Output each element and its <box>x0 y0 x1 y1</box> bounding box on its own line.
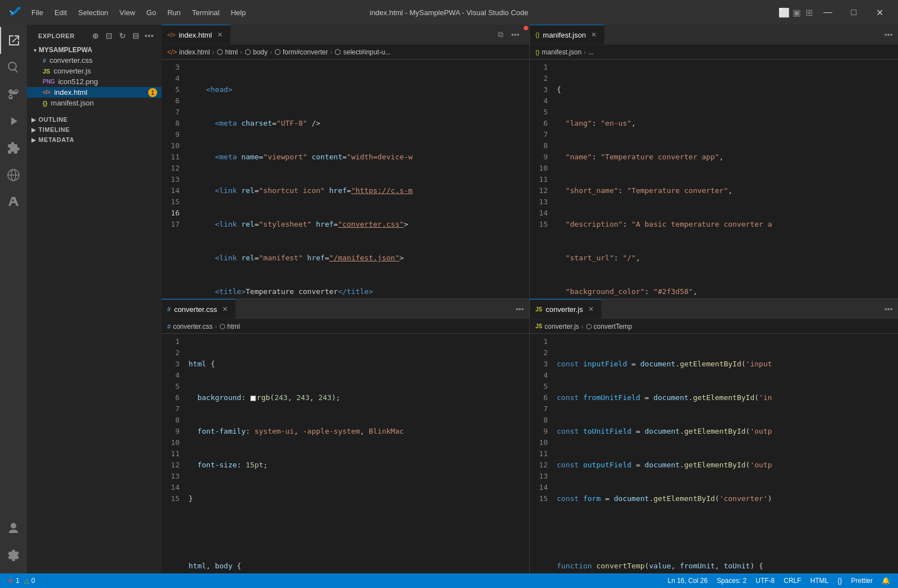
activity-search[interactable] <box>0 54 27 81</box>
manifest-line-numbers: 1 2 3 4 5 6 7 8 9 10 11 12 13 14 <box>530 59 552 298</box>
activity-accounts[interactable] <box>0 515 27 542</box>
css-line-numbers: 1 2 3 4 5 6 7 8 9 10 11 12 13 14 <box>162 334 184 573</box>
menu-selection[interactable]: Selection <box>72 0 113 25</box>
menu-edit[interactable]: Edit <box>49 0 72 25</box>
breadcrumb-item-2[interactable]: html <box>225 48 238 56</box>
file-icon512-png[interactable]: PNG icon512.png <box>27 76 162 87</box>
manifest-breadcrumb-ellipsis[interactable]: ... <box>588 48 594 56</box>
metadata-section[interactable]: ▶ METADATA <box>27 134 162 144</box>
status-notifications[interactable]: 🔔 <box>877 573 895 588</box>
breadcrumb-item-3[interactable]: body <box>253 48 268 56</box>
activity-extensions[interactable] <box>0 135 27 162</box>
close-manifest-tab[interactable]: ✕ <box>589 30 598 39</box>
new-folder-icon[interactable]: ⊡ <box>103 30 114 42</box>
status-prettier[interactable]: Prettier <box>846 573 877 588</box>
close-js-tab[interactable]: ✕ <box>587 305 595 314</box>
activity-source-control[interactable] <box>0 81 27 108</box>
status-bar: ⊘ 1 △ 0 Ln 16, Col 26 Spaces: 2 UTF-8 CR… <box>0 573 898 588</box>
status-spaces[interactable]: Spaces: 2 <box>712 573 751 588</box>
tab-manifest-json[interactable]: {} manifest.json ✕ <box>530 25 604 44</box>
close-button[interactable]: ✕ <box>867 0 892 25</box>
sidebar-title: EXPLORER ⊕ ⊡ ↻ ⊟ ••• <box>27 25 162 45</box>
status-errors[interactable]: ⊘ 1 △ 0 <box>3 573 39 588</box>
tab-js-icon: JS <box>535 306 542 313</box>
window-controls: ⬜ ▣ ⊞ — □ ✕ <box>778 0 892 25</box>
editor-area: </> index.html ✕ ⧉ ••• </> index.html <box>162 25 898 573</box>
layout-toggle-1[interactable]: ⬜ <box>778 6 790 19</box>
js-fn-icon: ⬡ <box>586 323 592 330</box>
css-code: html { background: rgb(243, 243, 243); f… <box>184 334 529 573</box>
breadcrumb-body-icon: ⬡ <box>245 48 251 56</box>
editors-container: </> index.html ✕ ⧉ ••• </> index.html <box>162 25 898 573</box>
js-editor[interactable]: 1 2 3 4 5 6 7 8 9 10 11 12 13 14 <box>530 334 898 573</box>
css-more-actions[interactable]: ••• <box>514 303 526 315</box>
status-position[interactable]: Ln 16, Col 26 <box>663 573 712 588</box>
breadcrumb-item-1[interactable]: index.html <box>179 48 210 56</box>
close-css-tab[interactable]: ✕ <box>221 305 230 314</box>
js-breadcrumb-icon: JS <box>535 323 542 329</box>
more-options-icon[interactable]: ••• <box>144 30 155 42</box>
breadcrumb-file[interactable]: </> <box>167 48 177 56</box>
menu-run[interactable]: Run <box>162 0 186 25</box>
status-language[interactable]: HTML <box>806 573 833 588</box>
json-file-icon: {} <box>43 100 48 107</box>
file-converter-js[interactable]: JS converter.js <box>27 66 162 76</box>
status-right-items: Ln 16, Col 26 Spaces: 2 UTF-8 CRLF HTML … <box>663 573 895 588</box>
manifest-json-editor[interactable]: 1 2 3 4 5 6 7 8 9 10 11 12 13 14 <box>530 59 898 298</box>
app-icon <box>6 0 26 25</box>
maximize-button[interactable]: □ <box>841 0 867 25</box>
folder-mysamplepwa[interactable]: ▾ MYSAMPLEPWA <box>27 45 162 55</box>
file-manifest-json[interactable]: {} manifest.json <box>27 98 162 108</box>
css-breadcrumb-file[interactable]: converter.css <box>173 323 213 330</box>
menu-help[interactable]: Help <box>225 0 251 25</box>
css-editor[interactable]: 1 2 3 4 5 6 7 8 9 10 11 12 13 14 <box>162 334 529 573</box>
layout-toggle-3[interactable]: ⊞ <box>803 6 815 19</box>
breadcrumb-item-5[interactable]: select#input-u... <box>343 48 391 56</box>
css-breadcrumb-selector[interactable]: html <box>227 323 240 330</box>
manifest-code: { "lang": "en-us", "name": "Temperature … <box>552 59 898 298</box>
index-html-line-numbers: 3 4 5 6 7 8 9 10 11 12 13 14 15 16 <box>162 59 184 298</box>
status-eol[interactable]: CRLF <box>779 573 805 588</box>
status-format[interactable]: {} <box>833 573 846 588</box>
activity-remote[interactable] <box>0 162 27 189</box>
status-encoding[interactable]: UTF-8 <box>751 573 779 588</box>
close-index-html-tab[interactable]: ✕ <box>216 30 224 39</box>
activity-run-debug[interactable] <box>0 108 27 135</box>
js-breadcrumb-file[interactable]: converter.js <box>544 323 579 330</box>
css-breadcrumb: # converter.css › ⬡ html <box>162 319 529 334</box>
tab-converter-js[interactable]: JS converter.js ✕ <box>530 299 602 319</box>
png-file-icon: PNG <box>43 79 55 85</box>
menu-go[interactable]: Go <box>141 0 162 25</box>
new-file-icon[interactable]: ⊕ <box>90 30 101 42</box>
more-actions-icon[interactable]: ••• <box>509 29 521 41</box>
activity-explorer[interactable] <box>0 27 27 54</box>
index-html-editor[interactable]: 3 4 5 6 7 8 9 10 11 12 13 14 15 16 <box>162 59 529 298</box>
file-converter-css[interactable]: # converter.css <box>27 55 162 66</box>
breadcrumb-item-4[interactable]: form#converter <box>283 48 328 56</box>
css-file-icon: # <box>43 57 46 64</box>
file-index-html[interactable]: </> index.html 1 <box>27 87 162 98</box>
refresh-icon[interactable]: ↻ <box>117 30 128 42</box>
manifest-more-actions[interactable]: ••• <box>882 29 895 41</box>
breadcrumb-html-icon: ⬡ <box>217 48 223 56</box>
minimize-button[interactable]: — <box>815 0 841 25</box>
manifest-breadcrumb-file[interactable]: manifest.json <box>542 48 581 56</box>
collapse-icon[interactable]: ⊟ <box>130 30 141 42</box>
menu-view[interactable]: View <box>114 0 141 25</box>
menu-terminal[interactable]: Terminal <box>186 0 225 25</box>
layout-toggle-2[interactable]: ▣ <box>790 6 803 19</box>
css-breadcrumb-icon: # <box>167 323 171 330</box>
timeline-section[interactable]: ▶ TIMELINE <box>27 124 162 134</box>
js-more-actions[interactable]: ••• <box>882 303 895 315</box>
tab-index-html[interactable]: </> index.html ✕ <box>162 25 231 44</box>
activity-settings[interactable] <box>0 542 27 569</box>
tab-converter-css[interactable]: # converter.css ✕ <box>162 299 236 319</box>
js-breadcrumb-fn[interactable]: convertTemp <box>594 323 633 330</box>
outline-section[interactable]: ▶ OUTLINE <box>27 114 162 124</box>
css-breadcrumb-selector-icon: ⬡ <box>219 323 225 330</box>
activity-test[interactable] <box>0 189 27 215</box>
split-editor-icon[interactable]: ⧉ <box>494 29 507 41</box>
error-indicator <box>524 26 528 30</box>
menu-file[interactable]: File <box>26 0 49 25</box>
breadcrumb-select-icon: ⬡ <box>335 48 341 56</box>
